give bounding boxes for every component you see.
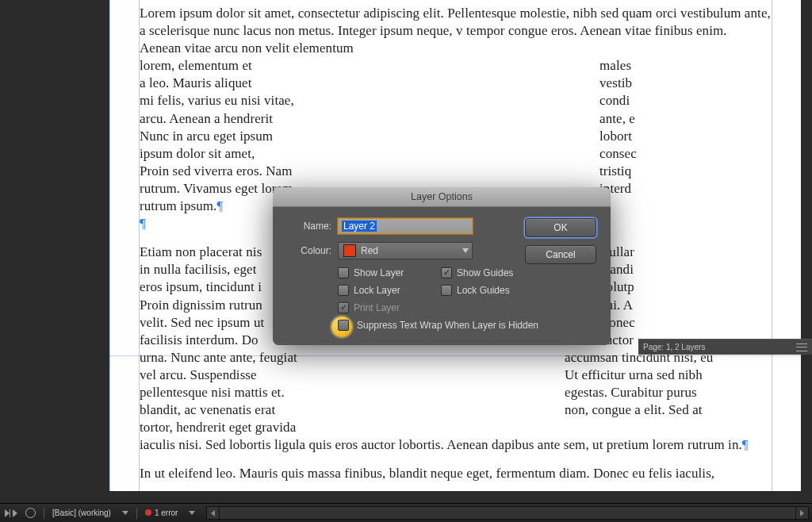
divider bbox=[136, 508, 137, 519]
pilcrow: ¶ bbox=[140, 216, 146, 231]
para2-bottom: iaculis nisi. Sed lobortis ligula quis e… bbox=[140, 436, 771, 454]
layer-name-value: Layer 2 bbox=[342, 221, 377, 232]
panel-menu-icon[interactable] bbox=[796, 344, 807, 351]
ok-button[interactable]: OK bbox=[525, 218, 596, 237]
page-edge-left bbox=[109, 0, 110, 491]
scroll-right-icon[interactable] bbox=[795, 507, 808, 519]
divider bbox=[44, 508, 44, 519]
pilcrow: ¶ bbox=[216, 198, 223, 213]
margin-guide-right bbox=[772, 0, 772, 491]
layers-summary: Page: 1, 2 Layers bbox=[643, 340, 705, 355]
chevron-down-icon bbox=[462, 248, 469, 253]
scroll-left-icon[interactable] bbox=[207, 507, 220, 519]
para3: In ut eleifend leo. Mauris quis massa fi… bbox=[140, 465, 771, 482]
colour-swatch bbox=[343, 244, 356, 257]
show-layer-checkbox[interactable]: Show Layer bbox=[338, 267, 441, 278]
errors-indicator[interactable]: 1 error bbox=[145, 509, 178, 517]
horizontal-scrollbar[interactable] bbox=[206, 506, 809, 520]
layer-name-input[interactable]: Layer 2 bbox=[338, 218, 473, 234]
chevron-down-icon[interactable] bbox=[189, 511, 195, 515]
layers-panel-header[interactable]: Page: 1, 2 Layers bbox=[638, 339, 812, 355]
dialog-title: Layer Options bbox=[273, 187, 611, 207]
paragraph-style-indicator[interactable]: [Basic] (working) bbox=[52, 509, 111, 517]
colour-name: Red bbox=[361, 245, 378, 256]
show-guides-checkbox[interactable]: Show Guides bbox=[441, 267, 560, 278]
lock-guides-checkbox[interactable]: Lock Guides bbox=[441, 285, 560, 296]
pilcrow: ¶ bbox=[742, 437, 749, 452]
layer-colour-select[interactable]: Red bbox=[338, 242, 473, 259]
suppress-text-wrap-checkbox[interactable] bbox=[338, 320, 349, 331]
lock-layer-checkbox[interactable]: Lock Layer bbox=[338, 285, 441, 296]
preflight-icon[interactable] bbox=[25, 508, 36, 518]
name-label: Name: bbox=[287, 221, 331, 232]
chevron-down-icon[interactable] bbox=[122, 511, 128, 515]
colour-label: Colour: bbox=[287, 245, 331, 256]
status-bar: [Basic] (working) 1 error bbox=[0, 503, 812, 522]
cancel-button[interactable]: Cancel bbox=[525, 245, 596, 264]
print-layer-checkbox: Print Layer bbox=[338, 302, 441, 313]
para1-top: Lorem ipsum dolor sit amet, consectetur … bbox=[140, 5, 771, 57]
suppress-text-wrap-label: Suppress Text Wrap When Layer is Hidden bbox=[357, 320, 538, 331]
error-dot-icon bbox=[145, 509, 151, 516]
layer-options-dialog: Layer Options Name: Layer 2 Colour: Red … bbox=[273, 187, 611, 345]
